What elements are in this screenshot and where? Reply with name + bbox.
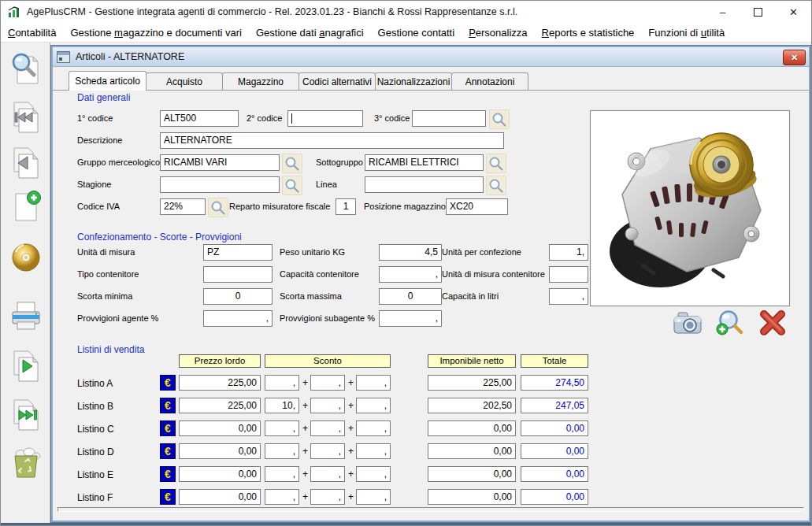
scorta-massima-input[interactable]: 0 xyxy=(379,288,442,305)
codice-lookup-button[interactable] xyxy=(489,109,510,129)
sconto2-input[interactable]: , xyxy=(310,489,345,505)
maximize-button[interactable] xyxy=(740,1,776,23)
tab-scheda-articolo[interactable]: Scheda articolo xyxy=(69,71,146,91)
prezzo-lordo-input[interactable]: 0,00 xyxy=(179,443,261,459)
prezzo-lordo-input[interactable]: 225,00 xyxy=(179,375,261,391)
menu-item-reports[interactable]: Reports e statistiche xyxy=(535,27,642,39)
linea-lookup-button[interactable] xyxy=(486,176,506,195)
unita-confezione-input[interactable]: 1, xyxy=(549,244,588,261)
euro-currency-button[interactable]: € xyxy=(160,466,176,482)
tab-annotazioni[interactable]: Annotazioni xyxy=(451,72,528,90)
posizione-input[interactable]: XC20 xyxy=(446,198,508,215)
euro-currency-button[interactable]: € xyxy=(160,443,176,459)
tipo-contenitore-label: Tipo contenitore xyxy=(77,269,139,279)
gruppo-lookup-button[interactable] xyxy=(282,154,302,173)
euro-currency-button[interactable]: € xyxy=(160,420,176,436)
sconto1-input[interactable]: , xyxy=(265,443,299,459)
tab-acquisto[interactable]: Acquisto xyxy=(146,72,223,90)
sconto1-input[interactable]: , xyxy=(265,466,299,482)
codice3-input[interactable] xyxy=(412,110,486,127)
prezzo-lordo-input[interactable]: 225,00 xyxy=(179,398,261,413)
articoli-close-button[interactable]: ✕ xyxy=(783,50,806,65)
linea-input[interactable] xyxy=(365,176,484,193)
tab-nazionalizzazioni[interactable]: Nazionalizzazioni xyxy=(375,72,452,90)
sconto3-input[interactable]: , xyxy=(356,420,391,436)
stagione-input[interactable] xyxy=(160,176,280,193)
sconto2-input[interactable]: , xyxy=(310,466,345,482)
stagione-lookup-button[interactable] xyxy=(282,176,302,195)
attach-photo-button[interactable] xyxy=(672,309,703,336)
find-article-button[interactable] xyxy=(8,49,44,88)
previous-record-button[interactable] xyxy=(8,143,44,183)
sconto1-input[interactable]: 10, xyxy=(265,398,299,413)
sconto3-input[interactable]: , xyxy=(356,375,391,391)
imponibile-netto-input[interactable]: 0,00 xyxy=(428,420,516,436)
sconto3-input[interactable]: , xyxy=(356,489,391,505)
imponibile-netto-input[interactable]: 202,50 xyxy=(428,398,516,413)
gruppo-input[interactable]: RICAMBI VARI xyxy=(160,154,280,171)
codice1-label: 1° codice xyxy=(77,113,113,123)
prezzo-lordo-input[interactable]: 0,00 xyxy=(179,466,261,482)
prezzo-lordo-input[interactable]: 0,00 xyxy=(179,420,261,436)
sottogruppo-input[interactable]: RICAMBI ELETTRICI xyxy=(365,154,484,171)
zoom-photo-button[interactable] xyxy=(714,309,746,336)
menu-item-gestione-contatti[interactable]: Gestione contatti xyxy=(371,27,462,39)
unita-misura-input[interactable]: PZ xyxy=(203,244,273,261)
text-caret xyxy=(291,113,292,124)
sconto3-input[interactable]: , xyxy=(356,466,391,482)
imponibile-netto-input[interactable]: 0,00 xyxy=(428,443,516,459)
menu-item-gestione-magazzino[interactable]: Gestione magazzino e documenti vari xyxy=(63,27,249,39)
menu-item-personalizza[interactable]: Personalizza xyxy=(462,27,534,39)
euro-currency-button[interactable]: € xyxy=(160,489,176,505)
capacita-litri-input[interactable]: , xyxy=(549,288,588,305)
menu-item-gestione-dati-anagrafici[interactable]: Gestione dati anagrafici xyxy=(249,27,371,39)
sconto1-input[interactable]: , xyxy=(265,420,299,436)
sconto3-input[interactable]: , xyxy=(356,398,391,413)
tab-magazzino[interactable]: Magazzino xyxy=(222,72,299,90)
imponibile-netto-input[interactable]: 0,00 xyxy=(428,466,516,482)
listino-row-label: Listino A xyxy=(77,378,113,389)
sconto2-input[interactable]: , xyxy=(310,420,345,436)
codice-iva-input[interactable]: 22% xyxy=(160,198,206,215)
next-record-button[interactable] xyxy=(8,346,44,386)
tipo-contenitore-input[interactable] xyxy=(203,266,273,283)
sconto2-input[interactable]: , xyxy=(310,443,345,459)
close-button[interactable]: ✕ xyxy=(776,1,811,23)
capacita-contenitore-input[interactable]: , xyxy=(379,266,442,283)
menu-item-contabilita[interactable]: Contabilità xyxy=(1,27,63,39)
remove-photo-button[interactable] xyxy=(757,309,788,336)
sconto1-input[interactable]: , xyxy=(265,489,299,505)
new-article-button[interactable] xyxy=(8,187,44,227)
find-article-icon xyxy=(8,49,44,88)
scorta-minima-input[interactable]: 0 xyxy=(203,288,273,305)
minimize-button[interactable]: – xyxy=(705,1,740,23)
sconto2-input[interactable]: , xyxy=(310,398,345,413)
iva-lookup-button[interactable] xyxy=(208,198,228,217)
sconto1-input[interactable]: , xyxy=(265,375,299,391)
codice2-input[interactable] xyxy=(287,110,363,127)
sconto2-input[interactable]: , xyxy=(310,375,345,391)
codice2-label: 2° codice xyxy=(247,113,282,123)
plus-sign: + xyxy=(302,469,308,480)
unita-misura-contenitore-input[interactable] xyxy=(549,266,588,283)
imponibile-netto-input[interactable]: 0,00 xyxy=(428,489,516,505)
sconto3-input[interactable]: , xyxy=(356,443,391,459)
sottogruppo-lookup-button[interactable] xyxy=(486,154,506,173)
first-record-button[interactable] xyxy=(8,98,44,137)
last-record-button[interactable] xyxy=(8,395,44,435)
prezzo-lordo-input[interactable]: 0,00 xyxy=(179,489,261,505)
descrizione-input[interactable]: ALTERNATORE xyxy=(160,132,504,149)
provvigioni-subagente-input[interactable]: , xyxy=(379,310,442,327)
print-button[interactable] xyxy=(8,296,44,335)
euro-currency-button[interactable]: € xyxy=(160,398,176,413)
menu-item-funzioni-utilita[interactable]: Funzioni di utilità xyxy=(641,27,732,39)
euro-currency-button[interactable]: € xyxy=(160,375,176,391)
imponibile-netto-input[interactable]: 225,00 xyxy=(428,375,516,391)
codice1-input[interactable]: ALT500 xyxy=(160,110,239,127)
save-cd-button[interactable] xyxy=(8,238,44,277)
delete-article-button[interactable] xyxy=(8,443,44,482)
reparto-input[interactable]: 1 xyxy=(336,198,356,215)
provvigioni-agente-input[interactable]: , xyxy=(203,310,273,327)
peso-input[interactable]: 4,5 xyxy=(379,244,442,261)
tab-codici-alternativi[interactable]: Codici alternativi xyxy=(298,72,376,90)
